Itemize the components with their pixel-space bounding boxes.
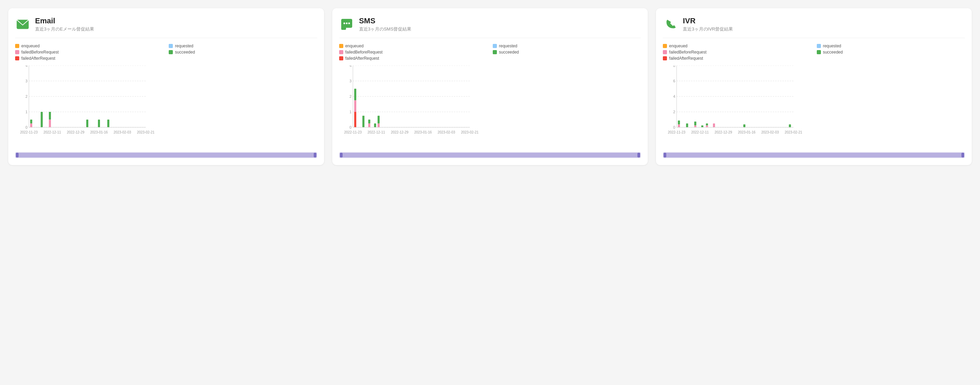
chart-area: 01234 2022-11-232022-12-112022-12-292023… (15, 65, 317, 148)
svg-rect-69 (701, 125, 703, 127)
svg-text:0: 0 (673, 125, 675, 129)
scrollbar-handle-right[interactable] (314, 153, 317, 157)
svg-rect-6 (30, 124, 32, 127)
svg-text:2022-12-29: 2022-12-29 (715, 130, 733, 134)
legend: enqueued requested failedBeforeRequest s… (15, 44, 317, 61)
card-sms: SMS 直近3ヶ月のSMS督促結果 enqueued requested fai… (332, 8, 648, 165)
legend-item: requested (169, 44, 317, 48)
legend-label: failedAfterRequest (345, 56, 379, 61)
scrollbar-track[interactable] (339, 152, 641, 158)
svg-text:2023-02-03: 2023-02-03 (438, 130, 455, 134)
svg-text:4: 4 (673, 94, 675, 98)
svg-text:3: 3 (25, 79, 27, 83)
legend-item: enqueued (15, 44, 163, 48)
scrollbar-handle-left[interactable] (663, 153, 666, 157)
chart-area: 02468 2022-11-232022-12-112022-12-292023… (663, 65, 965, 148)
legend-color (169, 44, 173, 48)
svg-text:2022-11-23: 2022-11-23 (668, 130, 686, 134)
card-title: IVR (683, 16, 733, 25)
legend-label: failedBeforeRequest (21, 50, 59, 55)
svg-text:2022-12-11: 2022-12-11 (368, 130, 385, 134)
svg-rect-64 (678, 125, 680, 127)
card-header-ivr: IVR 直近3ヶ月のIVR督促結果 (663, 16, 965, 38)
svg-rect-12 (98, 120, 100, 128)
legend-color (15, 44, 19, 48)
legend: enqueued requested failedBeforeRequest s… (339, 44, 641, 61)
svg-text:2022-11-23: 2022-11-23 (20, 130, 38, 134)
legend-item: succeeded (817, 50, 965, 55)
svg-text:1: 1 (350, 110, 352, 114)
legend-color (15, 50, 19, 54)
scrollbar-thumb[interactable] (663, 153, 964, 157)
svg-rect-40 (362, 116, 364, 127)
scrollbar-thumb[interactable] (340, 153, 641, 157)
svg-rect-37 (354, 112, 356, 127)
legend-color (339, 50, 343, 54)
legend-label: requested (499, 44, 517, 48)
legend-label: enqueued (669, 44, 687, 48)
card-subtitle: 直近3ヶ月のEメール督促結果 (35, 26, 94, 32)
legend-label: enqueued (345, 44, 364, 48)
svg-rect-70 (706, 125, 708, 127)
scrollbar-track[interactable] (15, 152, 317, 158)
chart-area: 01234 2022-11-232022-12-112022-12-292023… (339, 65, 641, 148)
svg-text:2023-02-21: 2023-02-21 (137, 130, 154, 134)
legend-item: succeeded (493, 50, 641, 55)
legend-item: succeeded (169, 50, 317, 55)
card-subtitle: 直近3ヶ月のSMS督促結果 (359, 26, 411, 32)
svg-text:2023-02-21: 2023-02-21 (785, 130, 803, 134)
sms-icon (339, 17, 354, 32)
svg-text:3: 3 (350, 79, 352, 83)
legend-color (817, 50, 821, 54)
scrollbar-handle-left[interactable] (340, 153, 343, 157)
svg-rect-45 (377, 116, 379, 124)
svg-text:2022-12-11: 2022-12-11 (43, 130, 61, 134)
legend-color (663, 56, 667, 60)
card-subtitle: 直近3ヶ月のIVR督促結果 (683, 26, 733, 32)
legend-label: failedBeforeRequest (669, 50, 706, 55)
legend-item: failedAfterRequest (15, 56, 163, 61)
scrollbar-handle-left[interactable] (16, 153, 19, 157)
legend-color (663, 44, 667, 48)
legend-item: failedAfterRequest (339, 56, 487, 61)
legend-label: requested (823, 44, 841, 48)
legend-label: succeeded (175, 50, 195, 55)
legend-item: requested (493, 44, 641, 48)
svg-rect-43 (374, 124, 376, 127)
scrollbar-handle-right[interactable] (961, 153, 964, 157)
legend-color (339, 56, 343, 60)
svg-rect-8 (41, 112, 43, 127)
card-title-block: SMS 直近3ヶ月のSMS督促結果 (359, 16, 411, 32)
legend-label: requested (175, 44, 193, 48)
ivr-icon (663, 17, 678, 32)
svg-text:0: 0 (350, 125, 352, 129)
card-title-block: IVR 直近3ヶ月のIVR督促結果 (683, 16, 733, 32)
scrollbar-handle-right[interactable] (637, 153, 640, 157)
svg-text:2023-01-16: 2023-01-16 (90, 130, 108, 134)
svg-text:2: 2 (350, 94, 352, 98)
scrollbar-thumb[interactable] (16, 153, 317, 157)
svg-rect-66 (686, 124, 688, 127)
card-header-sms: SMS 直近3ヶ月のSMS督促結果 (339, 16, 641, 38)
legend-item: enqueued (663, 44, 811, 48)
svg-rect-41 (368, 124, 370, 127)
legend-color (493, 44, 497, 48)
legend: enqueued requested failedBeforeRequest s… (663, 44, 965, 61)
legend-color (169, 50, 173, 54)
svg-rect-44 (377, 124, 379, 127)
svg-rect-42 (368, 120, 370, 124)
legend-label: enqueued (21, 44, 40, 48)
scrollbar-track[interactable] (663, 152, 965, 158)
svg-text:4: 4 (25, 65, 27, 68)
svg-rect-68 (694, 122, 697, 125)
svg-text:2022-12-11: 2022-12-11 (691, 130, 709, 134)
svg-text:2022-12-29: 2022-12-29 (67, 130, 84, 134)
card-ivr: IVR 直近3ヶ月のIVR督促結果 enqueued requested fai… (656, 8, 972, 165)
svg-text:6: 6 (673, 79, 675, 83)
legend-label: succeeded (499, 50, 519, 55)
legend-label: failedAfterRequest (669, 56, 703, 61)
legend-item: enqueued (339, 44, 487, 48)
svg-text:2023-02-03: 2023-02-03 (113, 130, 131, 134)
legend-color (663, 50, 667, 54)
svg-text:2022-12-29: 2022-12-29 (391, 130, 409, 134)
